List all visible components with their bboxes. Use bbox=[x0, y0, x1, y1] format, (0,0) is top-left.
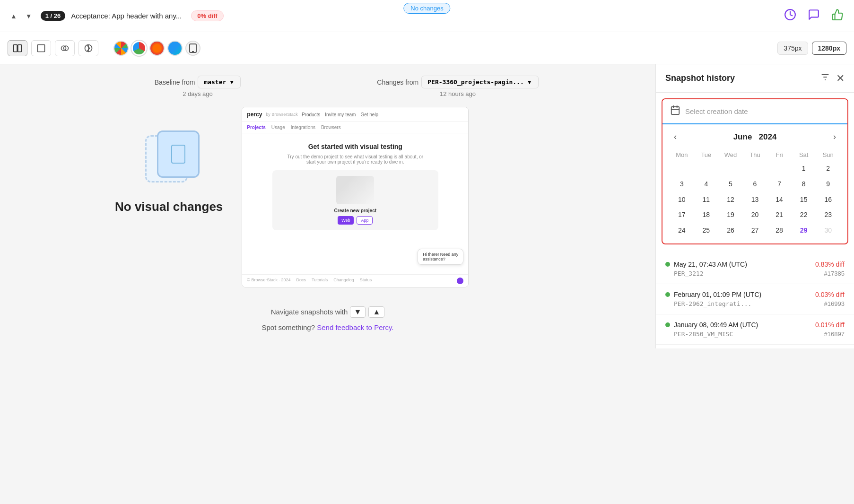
changes-chevron-icon: ▼ bbox=[527, 79, 532, 86]
cal-day-10[interactable]: 10 bbox=[670, 192, 694, 207]
cal-day-15[interactable]: 15 bbox=[792, 192, 816, 207]
cal-day-20[interactable]: 20 bbox=[743, 208, 767, 222]
snapshot-date-1: May 21, 07:43 AM (UTC) bbox=[674, 261, 747, 268]
main-content: Baseline from master ▼ 2 days ago Change… bbox=[0, 64, 854, 348]
cal-day-21[interactable]: 21 bbox=[767, 208, 791, 222]
cal-day-3[interactable]: 3 bbox=[670, 177, 694, 191]
nav-up-button[interactable]: ▲ bbox=[8, 10, 20, 22]
percy-preview-content: percy by BrowserStack Products Invite my… bbox=[242, 107, 468, 287]
percy-header: percy by BrowserStack Products Invite my… bbox=[242, 107, 468, 122]
cal-day-27[interactable]: 27 bbox=[743, 223, 767, 238]
comment-button[interactable] bbox=[805, 6, 823, 26]
top-bar: ▲ ▼ 1 / 26 Acceptance: App header with a… bbox=[0, 0, 854, 32]
changes-selector[interactable]: PER-3360_projects-pagin... ▼ bbox=[421, 76, 538, 88]
snapshot-build-1: #17385 bbox=[824, 270, 845, 277]
cal-cell-empty bbox=[743, 161, 767, 176]
cal-day-19[interactable]: 19 bbox=[719, 208, 742, 222]
cal-day-23[interactable]: 23 bbox=[816, 208, 840, 222]
close-panel-button[interactable]: ✕ bbox=[836, 72, 845, 85]
panel-title: Snapshot history bbox=[665, 73, 735, 83]
cal-day-2[interactable]: 2 bbox=[816, 161, 840, 176]
width-1280-button[interactable]: 1280px bbox=[812, 42, 846, 55]
cal-day-1[interactable]: 1 bbox=[792, 161, 816, 176]
calendar-nav: ‹ June 2024 › bbox=[670, 130, 840, 144]
snapshot-item-1[interactable]: May 21, 07:43 AM (UTC) 0.83% diff PER_32… bbox=[656, 254, 854, 284]
cal-day-24[interactable]: 24 bbox=[670, 223, 694, 238]
cal-day-9[interactable]: 9 bbox=[816, 177, 840, 191]
baseline-branch: master bbox=[204, 78, 226, 86]
cal-day-5[interactable]: 5 bbox=[719, 177, 742, 191]
changes-group: Changes from PER-3360_projects-pagin... … bbox=[375, 76, 540, 97]
cal-day-28[interactable]: 28 bbox=[767, 223, 791, 238]
svg-rect-1 bbox=[14, 44, 17, 52]
cal-day-22[interactable]: 22 bbox=[792, 208, 816, 222]
overlay-button[interactable] bbox=[55, 40, 75, 56]
edge-icon[interactable] bbox=[167, 41, 183, 56]
feedback-text: Spot something? Send feedback to Percy. bbox=[261, 323, 393, 331]
chrome-icon[interactable] bbox=[131, 41, 147, 56]
cal-day-26[interactable]: 26 bbox=[719, 223, 742, 238]
split-view-button[interactable] bbox=[8, 40, 27, 56]
cal-day-18[interactable]: 18 bbox=[695, 208, 718, 222]
cal-day-16[interactable]: 16 bbox=[816, 192, 840, 207]
snapshot-title: Acceptance: App header with any... bbox=[71, 12, 182, 20]
baseline-time: 2 days ago bbox=[183, 90, 213, 97]
approve-button[interactable] bbox=[828, 6, 846, 26]
cal-day-11[interactable]: 11 bbox=[695, 192, 718, 207]
history-button[interactable] bbox=[781, 6, 799, 26]
second-toolbar: 375px 1280px bbox=[0, 32, 854, 64]
filter-button[interactable] bbox=[820, 72, 830, 85]
weekday-sat: Sat bbox=[792, 149, 816, 160]
feedback-link[interactable]: Send feedback to Percy. bbox=[317, 323, 393, 331]
weekday-mon: Mon bbox=[670, 149, 694, 160]
navigate-label: Navigate snapshots with bbox=[271, 308, 348, 316]
snapshot-item-3[interactable]: January 08, 09:49 AM (UTC) 0.01% diff PE… bbox=[656, 314, 854, 345]
cal-day-17[interactable]: 17 bbox=[670, 208, 694, 222]
no-changes-badge: No changes bbox=[403, 3, 450, 14]
snapshot-dot-3 bbox=[665, 322, 670, 327]
cal-day-29[interactable]: 29 bbox=[792, 223, 816, 238]
nav-up-key[interactable]: ▲ bbox=[368, 306, 384, 318]
next-month-button[interactable]: › bbox=[829, 130, 840, 144]
mobile-icon[interactable] bbox=[185, 41, 200, 56]
single-view-button[interactable] bbox=[31, 40, 51, 56]
date-input[interactable]: Select creation date bbox=[662, 99, 847, 124]
prev-month-button[interactable]: ‹ bbox=[670, 130, 680, 144]
calendar-month-year: June 2024 bbox=[733, 132, 777, 142]
cal-day-12[interactable]: 12 bbox=[719, 192, 742, 207]
cal-day-30-other[interactable]: 30 bbox=[816, 223, 840, 238]
nav-down-button[interactable]: ▼ bbox=[23, 10, 35, 22]
baseline-selector[interactable]: master ▼ bbox=[198, 76, 241, 88]
baseline-chevron-icon: ▼ bbox=[229, 79, 235, 86]
changes-time: 12 hours ago bbox=[440, 90, 476, 97]
snapshot-item-2[interactable]: February 01, 01:09 PM (UTC) 0.03% diff P… bbox=[656, 284, 854, 314]
cal-cell-empty bbox=[695, 161, 718, 176]
nvc-inner bbox=[171, 145, 185, 164]
firefox-icon[interactable] bbox=[149, 41, 165, 56]
percy-footer: © BrowserStack · 2024 Docs Tutorials Cha… bbox=[242, 274, 468, 287]
diff-toggle-button[interactable] bbox=[78, 40, 98, 56]
no-changes-area: No visual changes bbox=[115, 126, 223, 214]
cal-day-7[interactable]: 7 bbox=[767, 177, 791, 191]
weekday-fri: Fri bbox=[767, 149, 791, 160]
weekday-wed: Wed bbox=[719, 149, 742, 160]
snapshot-list: May 21, 07:43 AM (UTC) 0.83% diff PER_32… bbox=[656, 250, 854, 348]
cal-day-13[interactable]: 13 bbox=[743, 192, 767, 207]
cal-day-6[interactable]: 6 bbox=[743, 177, 767, 191]
cal-day-14[interactable]: 14 bbox=[767, 192, 791, 207]
snapshot-panel: Snapshot history ✕ Select creation date bbox=[655, 64, 854, 348]
diff-badge: 0% diff bbox=[191, 10, 224, 21]
nav-down-key[interactable]: ▼ bbox=[350, 306, 366, 318]
svg-rect-2 bbox=[18, 44, 22, 52]
width-375-button[interactable]: 375px bbox=[777, 42, 808, 55]
snapshot-build-3: #16897 bbox=[824, 330, 845, 338]
cal-day-8[interactable]: 8 bbox=[792, 177, 816, 191]
snapshot-dot-2 bbox=[665, 292, 670, 297]
safari-icon[interactable] bbox=[113, 41, 129, 56]
cal-day-25[interactable]: 25 bbox=[695, 223, 718, 238]
left-panel: Baseline from master ▼ 2 days ago Change… bbox=[0, 64, 655, 348]
cal-day-4[interactable]: 4 bbox=[695, 177, 718, 191]
calendar: ‹ June 2024 › Mon Tue Wed Thu Fri Sat bbox=[662, 124, 847, 243]
snapshot-diff-2: 0.03% diff bbox=[815, 291, 845, 298]
baseline-label: Baseline from bbox=[155, 78, 195, 86]
